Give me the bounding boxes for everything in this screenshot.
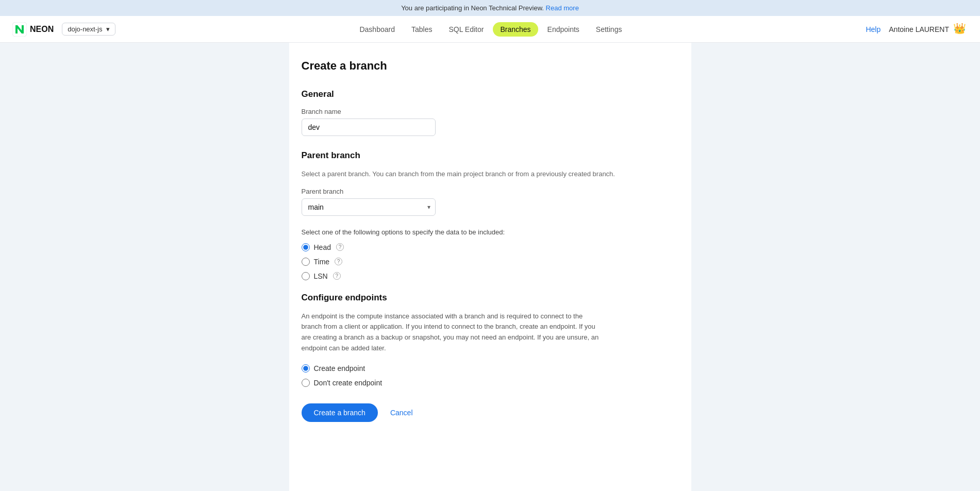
- endpoint-description: An endpoint is the compute instance asso…: [302, 311, 601, 354]
- radio-lsn[interactable]: LSN ?: [302, 272, 679, 280]
- nav-right: Help Antoine LAURENT 👑: [866, 22, 968, 37]
- radio-head[interactable]: Head ?: [302, 243, 679, 251]
- nav-endpoints[interactable]: Endpoints: [540, 22, 587, 37]
- head-help-icon[interactable]: ?: [336, 243, 344, 251]
- user-name-display: Antoine LAURENT 👑: [889, 22, 968, 37]
- configure-endpoints-section: Configure endpoints An endpoint is the c…: [302, 293, 679, 387]
- branch-name-label: Branch name: [302, 108, 679, 115]
- chevron-down-icon: ▾: [106, 25, 110, 33]
- logo-text: NEON: [30, 25, 54, 34]
- navbar: NEON dojo-next-js ▾ Dashboard Tables SQL…: [0, 16, 980, 43]
- cancel-button[interactable]: Cancel: [390, 409, 413, 417]
- branch-name-input[interactable]: [302, 118, 436, 136]
- user-full-name: Antoine LAURENT: [889, 25, 949, 33]
- radio-create-endpoint-input[interactable]: [302, 364, 310, 373]
- top-banner: You are participating in Neon Technical …: [0, 0, 980, 16]
- logo: NEON: [12, 22, 54, 37]
- nav-branches[interactable]: Branches: [493, 22, 538, 37]
- radio-dont-create-endpoint[interactable]: Don't create endpoint: [302, 379, 679, 387]
- lsn-help-icon[interactable]: ?: [333, 272, 341, 280]
- parent-branch-section: Parent branch Select a parent branch. Yo…: [302, 150, 679, 280]
- time-help-icon[interactable]: ?: [335, 258, 342, 265]
- user-avatar-icon: 👑: [953, 22, 968, 37]
- project-name: dojo-next-js: [68, 25, 102, 33]
- general-section: General Branch name: [302, 89, 679, 136]
- create-branch-button[interactable]: Create a branch: [302, 403, 378, 422]
- parent-branch-select-wrapper: main ▾: [302, 198, 436, 216]
- radio-head-label: Head: [314, 243, 331, 251]
- data-options-label: Select one of the following options to s…: [302, 228, 679, 236]
- radio-time-input[interactable]: [302, 258, 310, 266]
- banner-text: You are participating in Neon Technical …: [401, 4, 544, 12]
- parent-branch-description: Select a parent branch. You can branch f…: [302, 169, 679, 179]
- parent-branch-select[interactable]: main: [302, 198, 436, 216]
- nav-sql-editor[interactable]: SQL Editor: [441, 22, 491, 37]
- parent-branch-section-title: Parent branch: [302, 150, 679, 161]
- radio-head-input[interactable]: [302, 243, 310, 251]
- page-title: Create a branch: [302, 59, 679, 73]
- general-section-title: General: [302, 89, 679, 99]
- configure-endpoints-title: Configure endpoints: [302, 293, 679, 303]
- radio-create-endpoint-label: Create endpoint: [314, 364, 366, 373]
- nav-dashboard[interactable]: Dashboard: [352, 22, 402, 37]
- radio-create-endpoint[interactable]: Create endpoint: [302, 364, 679, 373]
- radio-time-label: Time: [314, 258, 330, 266]
- radio-lsn-label: LSN: [314, 272, 328, 280]
- nav-links: Dashboard Tables SQL Editor Branches End…: [352, 22, 629, 37]
- radio-time[interactable]: Time ?: [302, 258, 679, 266]
- nav-settings[interactable]: Settings: [589, 22, 629, 37]
- parent-branch-select-label: Parent branch: [302, 188, 679, 195]
- radio-lsn-input[interactable]: [302, 272, 310, 280]
- project-selector[interactable]: dojo-next-js ▾: [62, 23, 115, 36]
- radio-dont-create-endpoint-label: Don't create endpoint: [314, 379, 383, 387]
- nav-tables[interactable]: Tables: [404, 22, 439, 37]
- read-more-link[interactable]: Read more: [546, 4, 579, 12]
- button-row: Create a branch Cancel: [302, 403, 679, 422]
- help-link[interactable]: Help: [866, 25, 881, 33]
- neon-logo-icon: [12, 22, 27, 37]
- radio-dont-create-endpoint-input[interactable]: [302, 379, 310, 387]
- main-content: Create a branch General Branch name Pare…: [289, 43, 691, 491]
